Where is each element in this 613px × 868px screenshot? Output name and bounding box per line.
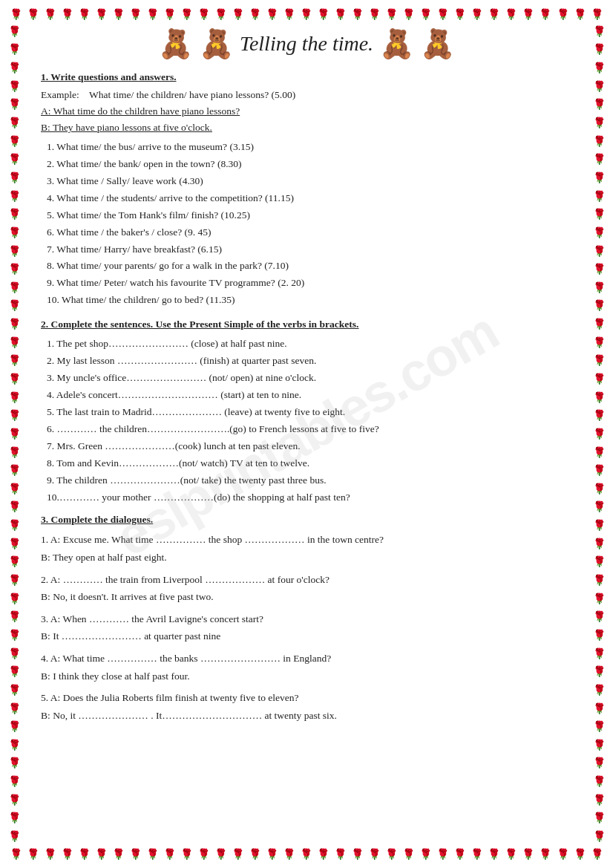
list-item: 8. Tom and Kevin………………(not/ watch) TV at… <box>47 456 572 471</box>
dialogue-5-a: 5. A: Does the Julia Roberts film finish… <box>41 690 572 706</box>
list-item: 7. What time/ Harry/ have breakfast? (6.… <box>47 242 572 258</box>
section-1-header: 1. Write questions and answers. <box>41 71 572 83</box>
list-item: 2. What time/ the bank/ open in the town… <box>47 157 572 172</box>
list-item: 2. My last lesson …………………… (finish) at q… <box>47 353 572 369</box>
list-item: 8. What time/ your parents/ go for a wal… <box>47 258 572 274</box>
example-line: Example: What time/ the children/ have p… <box>41 89 572 101</box>
dialogue-3-a: 3. A: When ………… the Avril Lavigne's conc… <box>41 611 572 627</box>
section-3: 3. Complete the dialogues. 1. A: Excuse … <box>41 514 572 723</box>
page-header: 🧸 🧸 Telling the time. 🧸 🧸 <box>41 30 572 58</box>
list-item: 10.………… your mother ………………(do) the shopp… <box>47 490 572 506</box>
page-title: Telling the time. <box>240 32 373 56</box>
list-item: 9. What time/ Peter/ watch his favourite… <box>47 275 572 291</box>
section-2-header: 2. Complete the sentences. Use the Prese… <box>41 319 572 330</box>
list-item: 5. The last train to Madrid………………… (leav… <box>47 405 572 420</box>
section-3-header-text: 3. Complete the dialogues. <box>41 514 153 525</box>
dialogue-5: 5. A: Does the Julia Roberts film finish… <box>41 690 572 723</box>
list-item: 1. The pet shop…………………… (close) at half … <box>47 336 572 352</box>
dialogue-2-a: 2. A: ………… the train from Liverpool …………… <box>41 572 572 588</box>
answer-a: A: What time do the children have piano … <box>41 105 240 117</box>
section-3-header: 3. Complete the dialogues. <box>41 514 572 526</box>
section-2-header-text: 2. Complete the sentences. Use the Prese… <box>41 319 358 330</box>
bear-icon-right: 🧸 <box>379 30 414 58</box>
bear-icon-left: 🧸 <box>158 30 193 58</box>
dialogue-2-b: B: No, it doesn't. It arrives at five pa… <box>41 589 572 605</box>
dialogue-4: 4. A: What time …………… the banks ……………………… <box>41 650 572 684</box>
bear-icon-left2: 🧸 <box>199 30 234 58</box>
list-item: 3. What time / Sally/ leave work (4.30) <box>47 174 572 189</box>
page-content: 🧸 🧸 Telling the time. 🧸 🧸 1. Write quest… <box>33 26 580 736</box>
list-item: 3. My uncle's office…………………… (not/ open)… <box>47 371 572 386</box>
list-item: 1. What time/ the bus/ arrive to the mus… <box>47 140 572 155</box>
dialogue-4-b: B: I think they close at half past four. <box>41 668 572 685</box>
list-item: 10. What time/ the children/ go to bed? … <box>47 293 572 308</box>
section-2: 2. Complete the sentences. Use the Prese… <box>41 319 572 505</box>
dialogue-3: 3. A: When ………… the Avril Lavigne's conc… <box>41 611 572 645</box>
section-1-list: 1. What time/ the bus/ arrive to the mus… <box>41 140 572 308</box>
list-item: 6. ………… the children…………………….(go) to Fre… <box>47 422 572 437</box>
list-item: 9. The children …………………(not/ take) the t… <box>47 473 572 489</box>
border-right: 🌹🌹🌹🌹 🌹🌹🌹🌹 🌹🌹🌹🌹 🌹🌹🌹🌹 🌹🌹🌹🌹 🌹🌹🌹🌹 🌹🌹🌹🌹 🌹🌹🌹🌹 … <box>591 22 607 846</box>
border-left: 🌹🌹🌹🌹 🌹🌹🌹🌹 🌹🌹🌹🌹 🌹🌹🌹🌹 🌹🌹🌹🌹 🌹🌹🌹🌹 🌹🌹🌹🌹 🌹🌹🌹🌹 … <box>6 22 22 846</box>
section-1: 1. Write questions and answers. Example:… <box>41 71 572 308</box>
bear-icon-right2: 🧸 <box>420 30 455 58</box>
dialogue-1-a: 1. A: Excuse me. What time …………… the sho… <box>41 532 572 548</box>
list-item: 7. Mrs. Green …………………(cook) lunch at ten… <box>47 439 572 454</box>
border-bottom: 🌹🌹🌹🌹 🌹🌹🌹🌹 🌹🌹🌹🌹 🌹🌹🌹🌹 🌹🌹🌹🌹 🌹🌹🌹🌹 🌹🌹🌹🌹 🌹🌹🌹🌹 … <box>7 846 606 862</box>
section-2-list: 1. The pet shop…………………… (close) at half … <box>41 336 572 505</box>
list-item: 4. Adele's concert………………………… (start) at … <box>47 388 572 403</box>
answer-a-line: A: What time do the children have piano … <box>41 105 572 117</box>
example-text: What time/ the children/ have piano less… <box>89 89 295 100</box>
dialogue-1-b: B: They open at half past eight. <box>41 549 572 566</box>
dialogue-3-b: B: It …………………… at quarter past nine <box>41 628 572 645</box>
answer-b-line: B: They have piano lessons at five o'clo… <box>41 122 572 134</box>
dialogue-2: 2. A: ………… the train from Liverpool …………… <box>41 572 572 605</box>
answer-b: B: They have piano lessons at five o'clo… <box>41 122 212 133</box>
dialogue-5-b: B: No, it ………………… . It………………………… at twen… <box>41 708 572 724</box>
dialogue-4-a: 4. A: What time …………… the banks ……………………… <box>41 650 572 667</box>
dialogue-1: 1. A: Excuse me. What time …………… the sho… <box>41 532 572 565</box>
list-item: 4. What time / the students/ arrive to t… <box>47 191 572 206</box>
example-label: Example: <box>41 89 79 100</box>
list-item: 5. What time/ the Tom Hank's film/ finis… <box>47 208 572 223</box>
border-top: 🌹🌹🌹🌹 🌹🌹🌹🌹 🌹🌹🌹🌹 🌹🌹🌹🌹 🌹🌹🌹🌹 🌹🌹🌹🌹 🌹🌹🌹🌹 🌹🌹🌹🌹 … <box>7 6 606 22</box>
list-item: 6. What time / the baker's / close? (9. … <box>47 225 572 241</box>
